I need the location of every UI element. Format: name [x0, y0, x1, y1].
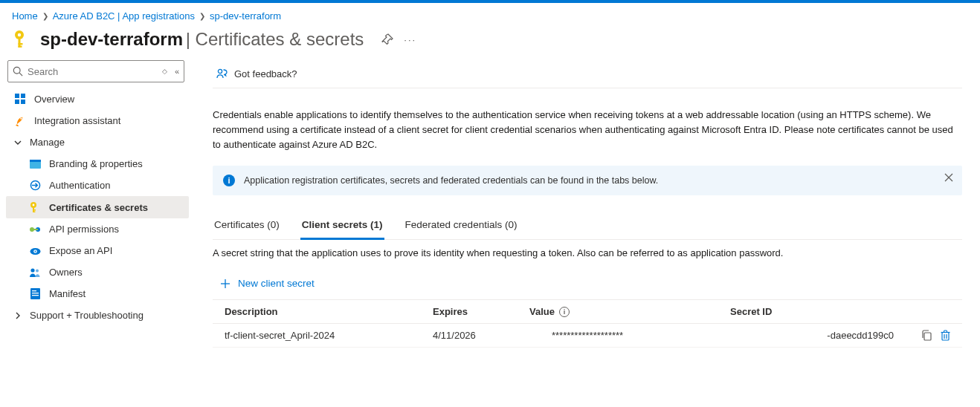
delete-icon[interactable]: [941, 330, 950, 341]
svg-rect-8: [21, 94, 25, 98]
app-name: sp-dev-terraform: [40, 29, 183, 49]
svg-rect-4: [19, 46, 22, 48]
sidebar-item-label: Expose an API: [49, 245, 112, 256]
copy-icon[interactable]: [921, 330, 932, 341]
chevron-right-icon: ❯: [42, 12, 48, 20]
svg-point-32: [218, 69, 222, 73]
sidebar-item-expose-api[interactable]: Expose an API: [6, 240, 189, 261]
new-client-secret-label: New client secret: [238, 278, 315, 289]
info-icon[interactable]: i: [559, 307, 570, 317]
page-title-row: sp-dev-terraform | Certificates & secret…: [0, 26, 980, 60]
svg-rect-28: [30, 288, 40, 299]
tab-federated[interactable]: Federated credentials (0): [404, 215, 519, 239]
section-name: Certificates & secrets: [196, 29, 364, 49]
chevron-down-icon: [13, 139, 22, 146]
sidebar: ◇ « Overview Integration assistant Manag…: [0, 60, 195, 365]
svg-rect-3: [19, 43, 23, 45]
sidebar-item-label: API permissions: [49, 224, 119, 235]
title-separator: |: [186, 29, 196, 49]
svg-rect-31: [32, 295, 39, 296]
search-icon: [13, 66, 23, 76]
th-description: Description: [225, 306, 433, 317]
cell-description: tf-client-secret_April-2024: [225, 330, 433, 341]
sidebar-group-manage[interactable]: Manage: [6, 131, 189, 153]
new-client-secret-button[interactable]: New client secret: [213, 272, 962, 299]
feedback-button[interactable]: Got feedback?: [216, 68, 297, 80]
svg-point-25: [34, 251, 36, 253]
svg-rect-37: [924, 333, 931, 340]
svg-rect-7: [15, 94, 19, 98]
feedback-icon: [216, 68, 228, 80]
sidebar-item-integration[interactable]: Integration assistant: [6, 110, 189, 131]
sidebar-item-label: Certificates & secrets: [49, 202, 148, 213]
info-banner: i Application registration certificates,…: [213, 166, 962, 195]
th-expires: Expires: [433, 306, 529, 317]
search-box[interactable]: ◇ «: [7, 60, 184, 82]
expose-api-icon: [28, 246, 42, 255]
table-row: tf-client-secret_April-2024 4/11/2026 **…: [213, 324, 962, 348]
api-permissions-icon: [28, 225, 42, 234]
info-banner-text: Application registration certificates, s…: [244, 175, 658, 186]
grid-icon: [13, 94, 27, 105]
svg-point-1: [18, 33, 21, 36]
pin-icon[interactable]: [381, 33, 393, 45]
sidebar-item-label: Owners: [49, 267, 83, 278]
sidebar-item-authentication[interactable]: Authentication: [6, 175, 189, 196]
page-title: sp-dev-terraform | Certificates & secret…: [40, 29, 364, 50]
close-icon[interactable]: [944, 173, 953, 182]
manifest-icon: [28, 288, 42, 299]
svg-point-27: [36, 270, 39, 273]
chevron-right-icon: ❯: [199, 12, 205, 20]
svg-line-6: [19, 73, 22, 76]
svg-rect-22: [32, 229, 38, 230]
tab-certificates[interactable]: Certificates (0): [213, 215, 281, 239]
intro-text: Credentials enable applications to ident…: [213, 108, 956, 152]
sidebar-group-support[interactable]: Support + Troubleshooting: [6, 305, 189, 326]
cell-expires: 4/11/2026: [433, 330, 529, 341]
sidebar-item-label: Branding & properties: [49, 158, 143, 169]
svg-rect-38: [942, 333, 949, 341]
svg-point-26: [30, 268, 34, 272]
secrets-table: Description Expires Value i Secret ID tf…: [213, 299, 962, 348]
toolbar: Got feedback?: [213, 60, 962, 88]
auth-icon: [28, 180, 42, 191]
cell-value: *******************: [529, 330, 730, 341]
svg-rect-30: [32, 293, 39, 293]
sidebar-item-overview[interactable]: Overview: [6, 88, 189, 110]
key-icon: [28, 201, 42, 213]
breadcrumb-app[interactable]: sp-dev-terraform: [210, 10, 281, 22]
diamond-icon: ◇: [162, 68, 167, 75]
sidebar-group-label: Manage: [30, 137, 65, 148]
collapse-icon[interactable]: «: [175, 67, 179, 76]
svg-point-11: [20, 118, 22, 120]
breadcrumb-b2c[interactable]: Azure AD B2C | App registrations: [53, 10, 195, 22]
tab-description: A secret string that the application use…: [213, 247, 962, 258]
tab-client-secrets[interactable]: Client secrets (1): [300, 215, 384, 240]
svg-rect-9: [15, 100, 19, 104]
search-input[interactable]: [28, 66, 158, 77]
svg-rect-10: [21, 100, 25, 104]
sidebar-item-owners[interactable]: Owners: [6, 261, 189, 283]
svg-rect-19: [33, 211, 35, 212]
key-icon: [12, 30, 33, 49]
svg-point-5: [13, 67, 20, 74]
breadcrumb-home[interactable]: Home: [12, 10, 38, 22]
breadcrumb: Home ❯ Azure AD B2C | App registrations …: [0, 3, 980, 26]
more-icon[interactable]: ···: [404, 34, 416, 45]
sidebar-item-certificates-secrets[interactable]: Certificates & secrets: [6, 196, 189, 218]
plus-icon: [220, 279, 231, 289]
sidebar-group-label: Support + Troubleshooting: [30, 310, 144, 321]
owners-icon: [28, 267, 42, 277]
branding-icon: [28, 160, 42, 169]
sidebar-item-branding[interactable]: Branding & properties: [6, 153, 189, 175]
svg-rect-18: [33, 209, 36, 211]
th-value: Value i: [529, 306, 730, 317]
chevron-right-icon: [13, 312, 22, 319]
tabs: Certificates (0) Client secrets (1) Fede…: [213, 215, 962, 240]
cell-secret-id: -daeecdd199c0: [730, 330, 898, 341]
row-actions: [898, 330, 950, 341]
svg-rect-13: [30, 160, 41, 162]
sidebar-item-manifest[interactable]: Manifest: [6, 283, 189, 305]
sidebar-item-api-permissions[interactable]: API permissions: [6, 218, 189, 240]
sidebar-item-label: Authentication: [49, 180, 110, 191]
